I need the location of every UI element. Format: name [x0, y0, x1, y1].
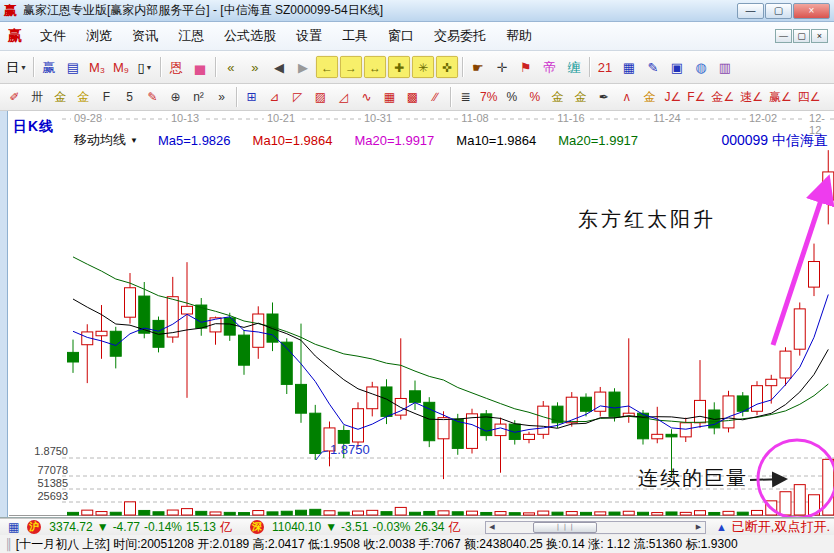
- diamond-right-icon[interactable]: →: [340, 56, 362, 78]
- shenzhen-index-quote[interactable]: 深 11040.10 ▼ -3.51 -0.03% 26.34 亿: [246, 519, 460, 536]
- gold-lines-icon[interactable]: 金: [569, 87, 592, 107]
- gann-box-icon[interactable]: ⊞: [240, 87, 263, 107]
- angle-su-icon[interactable]: 速∠: [737, 87, 766, 107]
- prev-bar-icon[interactable]: ◀: [267, 55, 291, 79]
- color-chart-icon[interactable]: ▅: [188, 55, 212, 79]
- more-tools-icon[interactable]: »: [210, 87, 233, 107]
- grid-n2-icon[interactable]: n²: [187, 87, 210, 107]
- connection-status[interactable]: ▲ 已断开,双点打开.: [716, 518, 830, 536]
- grid-f-icon[interactable]: F: [95, 87, 118, 107]
- angle-f-icon[interactable]: F∠: [684, 87, 708, 107]
- kline-chart-panel[interactable]: 日K线 09-2810-1310-2110-3111-0811-1611-241…: [0, 111, 834, 518]
- candle-style-icon[interactable]: ▯▼: [133, 55, 157, 79]
- ruler-icon[interactable]: ≣: [454, 87, 477, 107]
- restore-button[interactable]: ▢: [765, 3, 792, 19]
- grid-plain-icon[interactable]: 卅: [26, 87, 49, 107]
- diag-lines-icon[interactable]: ∕∕: [424, 87, 447, 107]
- report-icon[interactable]: ▤: [61, 55, 85, 79]
- angle-fan-icon[interactable]: ◿: [332, 87, 355, 107]
- fan-lines-icon[interactable]: ⊿: [263, 87, 286, 107]
- last-bar-icon[interactable]: »: [243, 55, 267, 79]
- wave-a-icon[interactable]: ʌ: [615, 87, 638, 107]
- chevron-down-icon[interactable]: ▼: [20, 64, 27, 71]
- menu-item-资讯[interactable]: 资讯: [122, 24, 168, 48]
- price-flag-icon[interactable]: ✒: [592, 87, 615, 107]
- menu-item-窗口[interactable]: 窗口: [378, 24, 424, 48]
- network-icon[interactable]: ▥: [713, 55, 737, 79]
- calculator-icon[interactable]: ▦: [617, 55, 641, 79]
- gold-circle-icon[interactable]: 金: [546, 87, 569, 107]
- zigzag-icon[interactable]: ∿: [355, 87, 378, 107]
- ma-selector[interactable]: 移动均线 ▼: [74, 131, 138, 149]
- kline-period-icon[interactable]: 日▼: [3, 55, 30, 79]
- diamond-move-icon[interactable]: ✜: [436, 56, 458, 78]
- mdi-close-button[interactable]: ×: [811, 29, 828, 43]
- menu-item-江恩[interactable]: 江恩: [168, 24, 214, 48]
- grid-5-icon[interactable]: 5: [118, 87, 141, 107]
- menu-item-浏览[interactable]: 浏览: [76, 24, 122, 48]
- box-lines-icon: ▨: [315, 91, 326, 103]
- menu-item-公式选股[interactable]: 公式选股: [214, 24, 286, 48]
- menu-item-交易委托[interactable]: 交易委托: [424, 24, 496, 48]
- scrollbar-track[interactable]: ❘❘❘: [499, 522, 692, 533]
- percent7-icon[interactable]: 7%: [477, 87, 500, 107]
- grid-circle-icon[interactable]: ⊕: [164, 87, 187, 107]
- angle-gold-icon[interactable]: 金∠: [708, 87, 737, 107]
- hand-icon[interactable]: ☛: [466, 55, 490, 79]
- diamond-star-icon[interactable]: ✳: [412, 56, 434, 78]
- flag-pointer-icon[interactable]: ⚑: [514, 55, 538, 79]
- grid-red2-icon[interactable]: ▩: [401, 87, 424, 107]
- quote-table-icon[interactable]: ▦: [8, 520, 19, 534]
- wave3-icon[interactable]: M₃: [85, 55, 109, 79]
- fan-box-icon[interactable]: ◸: [286, 87, 309, 107]
- scroll-left-icon[interactable]: ◀: [486, 522, 499, 533]
- diamond-leftright-icon[interactable]: ↔: [364, 56, 386, 78]
- gann-en-icon[interactable]: 恩: [164, 55, 188, 79]
- grid-pencil-icon[interactable]: ✎: [141, 87, 164, 107]
- angle-si-icon[interactable]: 四∠: [795, 87, 824, 107]
- diamond-left-icon[interactable]: ←: [316, 56, 338, 78]
- scrollbar-thumb[interactable]: ❘❘❘: [533, 522, 597, 533]
- chevron-down-icon[interactable]: ▼: [146, 64, 153, 71]
- menu-item-工具[interactable]: 工具: [332, 24, 378, 48]
- menu-item-帮助[interactable]: 帮助: [496, 24, 542, 48]
- next-bar-icon[interactable]: ▶: [291, 55, 315, 79]
- grid-gold1-icon[interactable]: 金: [49, 87, 72, 107]
- toolbar-separator: [215, 57, 216, 77]
- crosshair-icon[interactable]: ✛: [490, 55, 514, 79]
- percent-icon[interactable]: %: [500, 87, 523, 107]
- chan-tool-icon[interactable]: 缠: [562, 55, 586, 79]
- grid-red1-icon[interactable]: ▦: [378, 87, 401, 107]
- grid-5-icon: 5: [126, 91, 133, 103]
- export-icon[interactable]: ◍: [689, 55, 713, 79]
- angle-win-icon[interactable]: 赢∠: [766, 87, 795, 107]
- diamond-right-icon: →: [345, 61, 357, 73]
- grid-red1-icon: ▦: [384, 91, 395, 103]
- winner-web-icon[interactable]: 赢: [37, 55, 61, 79]
- diamond-cross-icon[interactable]: ✚: [388, 56, 410, 78]
- wave9-icon[interactable]: M₉: [109, 55, 133, 79]
- grid-n2-icon: n²: [193, 91, 204, 103]
- scroll-right-icon[interactable]: ▶: [692, 522, 705, 533]
- menu-item-文件[interactable]: 文件: [30, 24, 76, 48]
- chart-horizontal-scrollbar[interactable]: ◀ ❘❘❘ ▶: [485, 521, 706, 534]
- mdi-restore-button[interactable]: ▢: [793, 29, 810, 43]
- minimize-button[interactable]: —: [737, 3, 764, 19]
- fan-box-icon: ◸: [293, 91, 302, 103]
- di-tool-icon[interactable]: 帝: [538, 55, 562, 79]
- draw-pencil-icon[interactable]: ✐: [3, 87, 26, 107]
- menu-item-设置[interactable]: 设置: [286, 24, 332, 48]
- box-lines-icon[interactable]: ▨: [309, 87, 332, 107]
- shanghai-index-quote[interactable]: 沪 3374.72 ▼ -4.77 -0.14% 15.13 亿: [23, 519, 232, 536]
- gold-underline-icon[interactable]: 金: [638, 87, 661, 107]
- mdi-minimize-button[interactable]: —: [775, 29, 792, 43]
- grid-gold2-icon[interactable]: 金: [72, 87, 95, 107]
- close-button[interactable]: ×: [793, 3, 830, 19]
- calendar-icon[interactable]: 21: [593, 55, 617, 79]
- ma-legend-item: Ma20=1.9917: [558, 133, 638, 148]
- angle-j-icon[interactable]: J∠: [661, 87, 684, 107]
- save-icon[interactable]: ▣: [665, 55, 689, 79]
- first-bar-icon[interactable]: «: [219, 55, 243, 79]
- percent-line-icon[interactable]: %: [523, 87, 546, 107]
- notes-icon[interactable]: ✎: [641, 55, 665, 79]
